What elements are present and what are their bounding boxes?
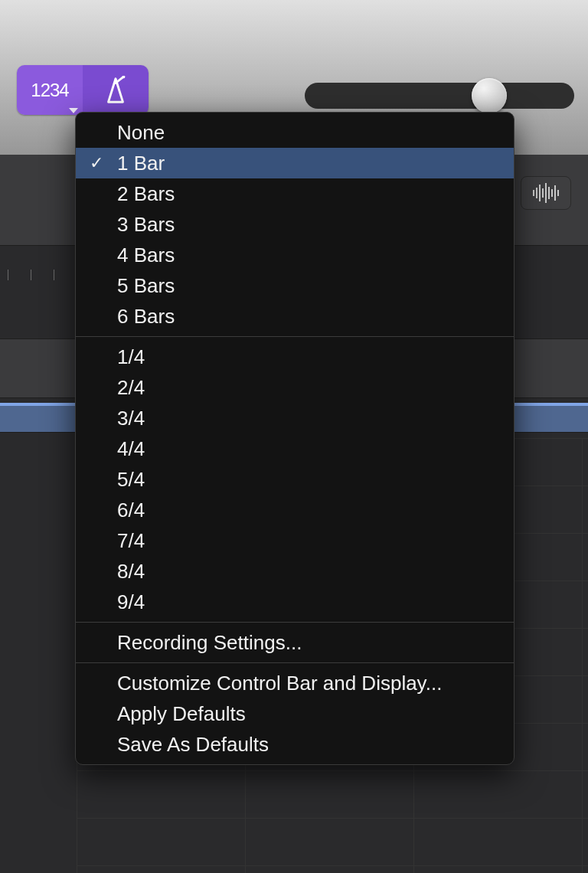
menu-item-2-4[interactable]: 2/4 xyxy=(76,372,514,403)
menu-item-6-bars[interactable]: 6 Bars xyxy=(76,301,514,332)
menu-item-6-4[interactable]: 6/4 xyxy=(76,495,514,525)
menu-item-7-4[interactable]: 7/4 xyxy=(76,525,514,556)
menu-item-save-defaults[interactable]: Save As Defaults xyxy=(76,729,514,760)
menu-item-2-bars[interactable]: 2 Bars xyxy=(76,178,514,209)
menu-item-label: Save As Defaults xyxy=(117,733,269,757)
menu-item-label: 6/4 xyxy=(117,499,145,522)
menu-item-label: 4 Bars xyxy=(117,244,175,267)
menu-item-customize[interactable]: Customize Control Bar and Display... xyxy=(76,668,514,698)
menu-item-4-bars[interactable]: 4 Bars xyxy=(76,240,514,270)
menu-item-label: 9/4 xyxy=(117,590,145,614)
countin-label: 1234 xyxy=(31,80,68,101)
menu-item-label: Apply Defaults xyxy=(117,702,246,726)
countin-buttons: 1234 xyxy=(17,65,149,115)
menu-item-3-4[interactable]: 3/4 xyxy=(76,403,514,433)
menu-item-1-4[interactable]: 1/4 xyxy=(76,342,514,372)
zoom-slider[interactable] xyxy=(305,83,574,109)
check-icon: ✓ xyxy=(90,153,103,173)
metronome-button[interactable] xyxy=(83,65,149,115)
menu-item-label: 4/4 xyxy=(117,437,145,461)
metronome-icon xyxy=(101,76,130,105)
menu-item-recording-settings[interactable]: Recording Settings... xyxy=(76,627,514,658)
menu-item-label: 5/4 xyxy=(117,468,145,492)
menu-item-label: None xyxy=(117,121,165,145)
menu-item-label: 6 Bars xyxy=(117,305,175,329)
menu-item-5-bars[interactable]: 5 Bars xyxy=(76,270,514,301)
countin-menu: None ✓ 1 Bar 2 Bars 3 Bars 4 Bars 5 Bars… xyxy=(75,112,514,765)
menu-item-label: 2/4 xyxy=(117,376,145,400)
menu-item-label: Recording Settings... xyxy=(117,631,302,655)
menu-item-label: 7/4 xyxy=(117,529,145,553)
menu-item-none[interactable]: None xyxy=(76,117,514,148)
menu-item-9-4[interactable]: 9/4 xyxy=(76,587,514,617)
menu-separator xyxy=(76,662,514,663)
menu-item-5-4[interactable]: 5/4 xyxy=(76,464,514,495)
chevron-down-icon xyxy=(69,108,78,113)
menu-item-label: Customize Control Bar and Display... xyxy=(117,672,442,695)
menu-item-label: 3/4 xyxy=(117,407,145,430)
menu-separator xyxy=(76,622,514,623)
view-mode-button[interactable] xyxy=(521,176,571,210)
menu-item-label: 5 Bars xyxy=(117,274,175,298)
menu-item-3-bars[interactable]: 3 Bars xyxy=(76,209,514,240)
menu-separator xyxy=(76,336,514,337)
slider-knob[interactable] xyxy=(472,78,507,113)
menu-item-apply-defaults[interactable]: Apply Defaults xyxy=(76,698,514,729)
menu-item-8-4[interactable]: 8/4 xyxy=(76,556,514,587)
menu-item-label: 8/4 xyxy=(117,560,145,584)
menu-item-label: 3 Bars xyxy=(117,213,175,237)
menu-item-label: 1/4 xyxy=(117,345,145,369)
menu-item-1-bar[interactable]: ✓ 1 Bar xyxy=(76,148,514,178)
menu-item-label: 2 Bars xyxy=(117,182,175,206)
menu-item-label: 1 Bar xyxy=(117,152,165,175)
countin-button[interactable]: 1234 xyxy=(17,65,83,115)
menu-item-4-4[interactable]: 4/4 xyxy=(76,433,514,464)
